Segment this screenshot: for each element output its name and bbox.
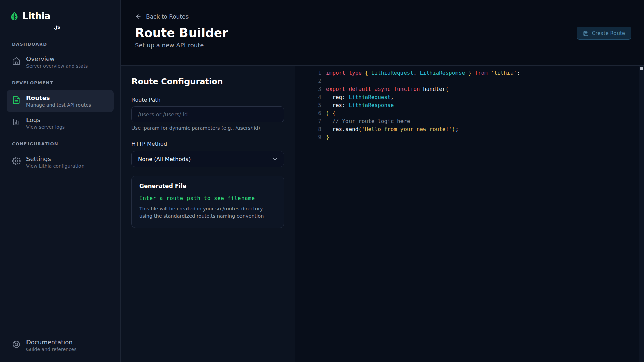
generated-file-heading: Generated File — [139, 183, 276, 189]
brand-name: Lithia — [22, 11, 50, 21]
nav-item-subtitle: View Lithia configuration — [26, 163, 85, 169]
sidebar-item-routes[interactable]: Routes Manage and test API routes — [7, 90, 114, 112]
line-number: 9 — [295, 133, 326, 141]
app-window: Lithia .js DASHBOARD Overview Server ove… — [0, 0, 644, 362]
bar-chart-icon — [12, 118, 21, 126]
code-line: 4 req: LithiaRequest, — [295, 93, 644, 101]
line-number: 8 — [295, 125, 326, 133]
http-method-value: None (All Methods) — [138, 156, 191, 162]
brand-suffix: .js — [54, 24, 60, 30]
nav-item-title: Documentation — [26, 339, 77, 346]
code-lines: 1import type { LithiaRequest, LithiaResp… — [295, 69, 644, 141]
code-editor[interactable]: 1import type { LithiaRequest, LithiaResp… — [295, 66, 644, 362]
gear-icon — [12, 157, 21, 165]
page-header: Back to Routes Route Builder Set up a ne… — [121, 0, 644, 66]
content-row: Route Configuration Route Path Use :para… — [121, 66, 644, 362]
nav-item-subtitle: View server logs — [26, 124, 65, 130]
life-buoy-icon — [12, 340, 21, 349]
sidebar-item-overview[interactable]: Overview Server overview and stats — [7, 51, 114, 73]
nav-item-title: Settings — [26, 155, 85, 162]
code-line: 2 — [295, 77, 644, 85]
route-path-help: Use :param for dynamic parameters (e.g.,… — [131, 125, 284, 131]
sidebar-item-documentation[interactable]: Documentation Guide and references — [7, 336, 114, 355]
back-link-label: Back to Routes — [146, 13, 189, 20]
config-heading: Route Configuration — [131, 77, 284, 86]
home-icon — [12, 57, 21, 65]
route-configuration-panel: Route Configuration Route Path Use :para… — [121, 66, 295, 362]
line-number: 3 — [295, 85, 326, 93]
code-line: 5 res: LithiaResponse — [295, 101, 644, 109]
scrollbar-track[interactable] — [639, 66, 644, 362]
logo: Lithia .js — [0, 0, 120, 32]
generated-filename-hint: Enter a route path to see filename — [139, 195, 276, 201]
nav-item-texts: Documentation Guide and references — [26, 339, 77, 352]
leaf-logo-icon — [9, 11, 19, 21]
nav-item-texts: Routes Manage and test API routes — [26, 94, 91, 108]
line-number: 6 — [295, 109, 326, 117]
line-number: 5 — [295, 101, 326, 109]
nav-item-title: Routes — [26, 94, 91, 101]
sidebar-footer: Documentation Guide and references — [0, 328, 120, 362]
nav-item-texts: Logs View server logs — [26, 116, 65, 130]
code-line: 1import type { LithiaRequest, LithiaResp… — [295, 69, 644, 77]
route-path-label: Route Path — [131, 97, 284, 103]
main-area: Back to Routes Route Builder Set up a ne… — [121, 0, 644, 362]
nav-item-subtitle: Manage and test API routes — [26, 102, 91, 108]
page-title: Route Builder — [135, 26, 628, 40]
nav-item-texts: Settings View Lithia configuration — [26, 155, 85, 169]
nav-section-development: DEVELOPMENT — [7, 80, 114, 85]
chevron-down-icon — [272, 156, 278, 162]
line-number: 2 — [295, 77, 326, 85]
arrow-left-icon — [135, 13, 142, 20]
scrollbar-thumb[interactable] — [640, 67, 643, 70]
nav-section-configuration: CONFIGURATION — [7, 141, 114, 146]
nav-item-subtitle: Guide and references — [26, 347, 77, 352]
sidebar: Lithia .js DASHBOARD Overview Server ove… — [0, 0, 121, 362]
generated-file-card: Generated File Enter a route path to see… — [131, 176, 284, 228]
indent-guide — [328, 102, 328, 109]
nav-item-title: Overview — [26, 55, 88, 62]
line-number: 1 — [295, 69, 326, 77]
line-number: 7 — [295, 117, 326, 125]
http-method-select[interactable]: None (All Methods) — [131, 151, 284, 167]
line-number: 4 — [295, 93, 326, 101]
http-method-label: HTTP Method — [131, 141, 284, 147]
file-text-icon — [12, 96, 21, 104]
nav-section-dashboard: DASHBOARD — [7, 42, 114, 47]
sidebar-item-settings[interactable]: Settings View Lithia configuration — [7, 151, 114, 173]
sidebar-nav: DASHBOARD Overview Server overview and s… — [0, 32, 120, 328]
route-path-input[interactable] — [131, 106, 284, 122]
generated-file-description: This file will be created in your src/ro… — [139, 205, 276, 220]
code-line: 7 // Your route logic here — [295, 117, 644, 125]
code-line: 6) { — [295, 109, 644, 117]
create-route-label: Create Route — [592, 30, 625, 36]
sidebar-item-logs[interactable]: Logs View server logs — [7, 112, 114, 134]
back-link[interactable]: Back to Routes — [135, 13, 189, 20]
indent-guide — [328, 126, 328, 133]
indent-guide — [328, 94, 328, 101]
indent-guide — [328, 118, 328, 125]
nav-item-texts: Overview Server overview and stats — [26, 55, 88, 69]
create-route-button[interactable]: Create Route — [577, 27, 631, 40]
code-line: 8 res.send('Hello from your new route!')… — [295, 125, 644, 133]
code-line: 9} — [295, 133, 644, 141]
save-icon — [583, 31, 589, 36]
nav-item-title: Logs — [26, 116, 65, 123]
page-subtitle: Set up a new API route — [135, 42, 628, 49]
nav-item-subtitle: Server overview and stats — [26, 63, 88, 69]
code-line: 3export default async function handler( — [295, 85, 644, 93]
